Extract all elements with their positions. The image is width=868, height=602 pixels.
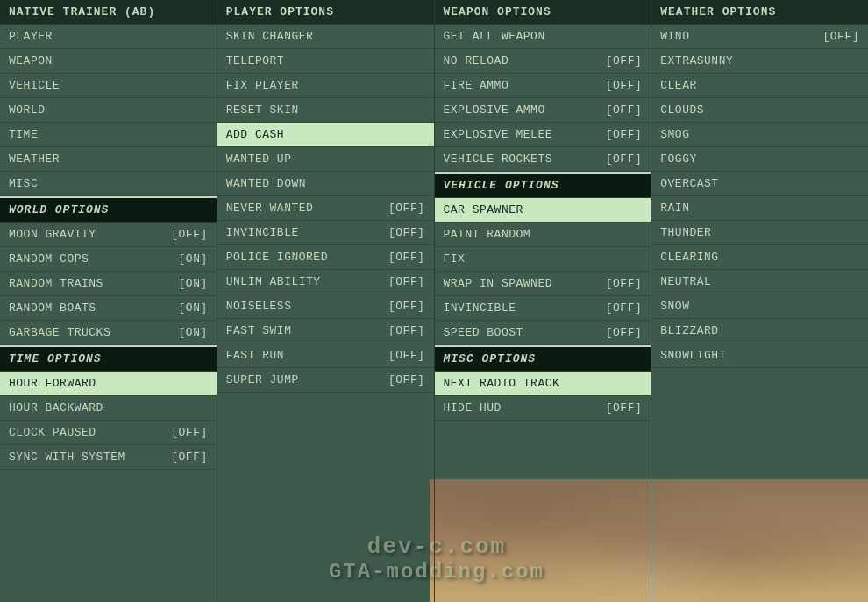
item-label: GET ALL WEAPON: [444, 30, 643, 43]
menu-item-snowlight[interactable]: SNOWLIGHT: [651, 343, 868, 368]
item-label: ADD CASH: [226, 128, 425, 141]
menu-item-unlim-ability[interactable]: UNLIM ABILITY[OFF]: [217, 270, 434, 294]
menu-item-speed-boost[interactable]: SPEED BOOST[OFF]: [435, 321, 651, 345]
menu-item-noiseless[interactable]: NOISELESS[OFF]: [217, 294, 434, 319]
item-label: CLOCK PAUSED: [9, 426, 164, 439]
item-label: FIX: [444, 252, 643, 266]
menu-item-invincible[interactable]: INVINCIBLE[OFF]: [435, 296, 651, 321]
item-value: [OFF]: [388, 202, 425, 215]
item-value: [OFF]: [388, 373, 425, 386]
item-label: POLICE IGNORED: [226, 251, 381, 264]
menu-item-wanted-down[interactable]: WANTED DOWN: [217, 172, 434, 196]
menu-item-hide-hud[interactable]: HIDE HUD[OFF]: [435, 396, 651, 421]
menu-item-clouds[interactable]: CLOUDS: [651, 98, 868, 123]
item-label: WIND: [660, 30, 815, 43]
column-header-col1: NATIVE TRAINER (AB): [0, 0, 217, 25]
menu-item-vehicle[interactable]: VEHICLE: [0, 74, 217, 98]
menu-item-hour-backward[interactable]: HOUR BACKWARD: [0, 396, 217, 421]
item-label: SNOWLIGHT: [660, 349, 859, 362]
item-label: FIX PLAYER: [226, 79, 425, 92]
menu-item-player[interactable]: PLAYER: [0, 25, 217, 49]
menu-item-wind[interactable]: WIND[OFF]: [651, 25, 868, 49]
menu-item-weather[interactable]: WEATHER: [0, 147, 217, 172]
menu-item-wanted-up[interactable]: WANTED UP: [217, 147, 434, 172]
item-value: [OFF]: [606, 277, 643, 290]
menu-item-garbage-trucks[interactable]: GARBAGE TRUCKS[ON]: [0, 321, 217, 345]
item-label: WEATHER: [9, 152, 208, 166]
item-label: CLEARING: [660, 251, 859, 264]
menu-item-wrap-in-spawned[interactable]: WRAP IN SPAWNED[OFF]: [435, 272, 651, 296]
column-col3: WEAPON OPTIONSGET ALL WEAPONNO RELOAD[OF…: [435, 0, 652, 602]
menu-item-blizzard[interactable]: BLIZZARD: [651, 319, 868, 343]
item-label: INVINCIBLE: [226, 226, 381, 239]
menu-item-foggy[interactable]: FOGGY: [651, 147, 868, 172]
menu-item-sync-with-system[interactable]: SYNC WITH SYSTEM[OFF]: [0, 445, 217, 470]
menu-item-extrasunny[interactable]: EXTRASUNNY: [651, 49, 868, 74]
item-label: CLOUDS: [660, 103, 859, 117]
menu-item-clear[interactable]: CLEAR: [651, 74, 868, 98]
menu-item-random-boats[interactable]: RANDOM BOATS[ON]: [0, 296, 217, 321]
item-label: BLIZZARD: [660, 324, 859, 337]
menu-item-next-radio-track[interactable]: NEXT RADIO TRACK: [435, 372, 651, 396]
menu-item-rain[interactable]: RAIN: [651, 196, 868, 221]
section-header-time-options: TIME OPTIONS: [0, 345, 217, 372]
item-label: FOGGY: [660, 152, 859, 166]
item-label: SNOW: [660, 300, 859, 313]
menu-item-invincible[interactable]: INVINCIBLE[OFF]: [217, 221, 434, 245]
menu-item-get-all-weapon[interactable]: GET ALL WEAPON: [435, 25, 651, 49]
item-label: EXPLOSIVE MELEE: [444, 128, 599, 141]
menu-item-add-cash[interactable]: ADD CASH: [217, 123, 434, 147]
menu-item-thunder[interactable]: THUNDER: [651, 221, 868, 245]
menu-item-hour-forward[interactable]: HOUR FORWARD: [0, 372, 217, 396]
menu-item-clearing[interactable]: CLEARING: [651, 245, 868, 270]
item-label: MOON GRAVITY: [9, 228, 164, 241]
menu-item-weapon[interactable]: WEAPON: [0, 49, 217, 74]
menu-item-never-wanted[interactable]: NEVER WANTED[OFF]: [217, 196, 434, 221]
menu-item-clock-paused[interactable]: CLOCK PAUSED[OFF]: [0, 421, 217, 445]
menu-item-reset-skin[interactable]: RESET SKIN: [217, 98, 434, 123]
item-label: TELEPORT: [226, 54, 425, 67]
item-value: [OFF]: [606, 54, 643, 67]
column-col1: NATIVE TRAINER (AB)PLAYERWEAPONVEHICLEWO…: [0, 0, 217, 602]
item-value: [ON]: [179, 301, 208, 315]
item-label: GARBAGE TRUCKS: [9, 326, 172, 339]
menu-item-moon-gravity[interactable]: MOON GRAVITY[OFF]: [0, 223, 217, 247]
menu-item-neutral[interactable]: NEUTRAL: [651, 270, 868, 294]
item-label: TIME: [9, 128, 208, 141]
menu-item-police-ignored[interactable]: POLICE IGNORED[OFF]: [217, 245, 434, 270]
item-value: [OFF]: [606, 152, 643, 166]
menu-item-fast-swim[interactable]: FAST SWIM[OFF]: [217, 319, 434, 343]
menu-item-time[interactable]: TIME: [0, 123, 217, 147]
menu-item-fix[interactable]: FIX: [435, 247, 651, 272]
menu-item-overcast[interactable]: OVERCAST: [651, 172, 868, 196]
menu-item-teleport[interactable]: TELEPORT: [217, 49, 434, 74]
item-value: [OFF]: [606, 301, 643, 315]
item-label: THUNDER: [660, 226, 859, 239]
section-header-world-options: WORLD OPTIONS: [0, 196, 217, 223]
item-label: WORLD: [9, 103, 208, 117]
menu-item-misc[interactable]: MISC: [0, 172, 217, 196]
menu-item-no-reload[interactable]: NO RELOAD[OFF]: [435, 49, 651, 74]
menu-item-world[interactable]: WORLD: [0, 98, 217, 123]
menu-item-smog[interactable]: SMOG: [651, 123, 868, 147]
item-label: VEHICLE: [9, 79, 208, 92]
menu-item-super-jump[interactable]: SUPER JUMP[OFF]: [217, 368, 434, 393]
item-label: NOISELESS: [226, 300, 381, 313]
menu-item-skin-changer[interactable]: SKIN CHANGER: [217, 25, 434, 49]
menu-item-explosive-melee[interactable]: EXPLOSIVE MELEE[OFF]: [435, 123, 651, 147]
menu-item-random-trains[interactable]: RANDOM TRAINS[ON]: [0, 272, 217, 296]
item-label: RANDOM BOATS: [9, 301, 172, 315]
menu-item-random-cops[interactable]: RANDOM COPS[ON]: [0, 247, 217, 272]
menu-item-snow[interactable]: SNOW: [651, 294, 868, 319]
menu-item-vehicle-rockets[interactable]: VEHICLE ROCKETS[OFF]: [435, 147, 651, 172]
menu-item-fire-ammo[interactable]: FIRE AMMO[OFF]: [435, 74, 651, 98]
item-value: [OFF]: [606, 128, 643, 141]
item-label: NEUTRAL: [660, 275, 859, 288]
item-value: [ON]: [179, 277, 208, 290]
menu-item-explosive-ammo[interactable]: EXPLOSIVE AMMO[OFF]: [435, 98, 651, 123]
menu-item-car-spawner[interactable]: CAR SPAWNER: [435, 198, 651, 223]
menu-item-fix-player[interactable]: FIX PLAYER: [217, 74, 434, 98]
menu-item-paint-random[interactable]: PAINT RANDOM: [435, 223, 651, 247]
column-col4: WEATHER OPTIONSWIND[OFF]EXTRASUNNYCLEARC…: [651, 0, 868, 602]
menu-item-fast-run[interactable]: FAST RUN[OFF]: [217, 343, 434, 368]
